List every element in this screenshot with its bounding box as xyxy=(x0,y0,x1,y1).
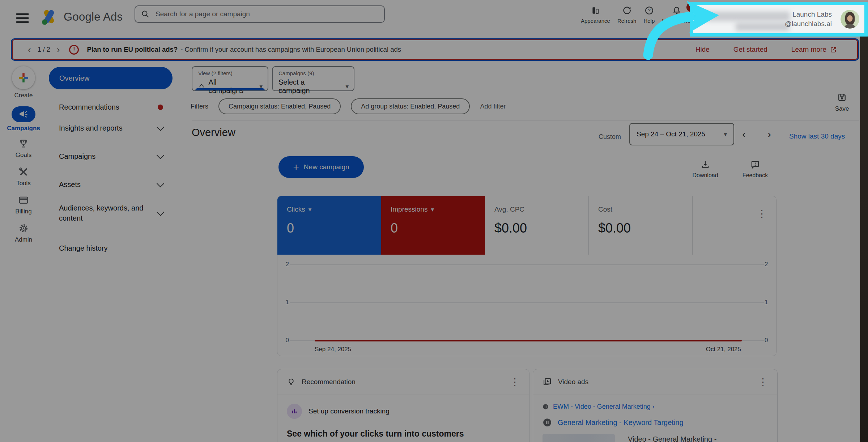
rail-item-create[interactable]: Create xyxy=(0,66,47,99)
banner-get-started-button[interactable]: Get started xyxy=(733,46,767,54)
metric-card-clicks[interactable]: Clicks ▾ 0 xyxy=(277,196,381,255)
nav-item-assets[interactable]: Assets xyxy=(49,177,173,192)
main-menu-icon[interactable] xyxy=(16,13,29,23)
caret-down-icon[interactable]: ▾ xyxy=(431,206,434,213)
notifications-button[interactable]: ! Notifications xyxy=(662,6,692,24)
date-range-value: Sep 24 – Oct 21, 2025 xyxy=(637,130,705,138)
megaphone-icon xyxy=(19,110,28,119)
metric-card-cost[interactable]: Cost $0.00 xyxy=(589,196,693,255)
metric-card-impressions[interactable]: Impressions ▾ 0 xyxy=(381,196,485,255)
external-link-icon xyxy=(830,46,837,53)
audiences-label: Audiences, keywords, and content xyxy=(59,203,150,223)
nav-item-change-history[interactable]: Change history xyxy=(49,241,173,255)
impressions-series-line xyxy=(315,340,742,341)
section-nav: Overview Recommendations Insights and re… xyxy=(47,65,174,442)
campaign-selector[interactable]: Campaigns (9) Select a campaign ▾ xyxy=(272,66,354,91)
metric-cost-label: Cost xyxy=(598,205,612,213)
recommendation-overflow-icon[interactable]: ⋮ xyxy=(510,377,520,387)
add-filter-button[interactable]: Add filter xyxy=(480,103,506,110)
new-campaign-button[interactable]: + New campaign xyxy=(278,156,364,178)
nav-item-campaigns[interactable]: Campaigns xyxy=(49,149,173,163)
help-icon: ? xyxy=(644,6,654,15)
feedback-button[interactable]: Feedback xyxy=(738,160,773,179)
video-ads-overflow-icon[interactable]: ⋮ xyxy=(758,377,768,387)
campaigns-pill[interactable] xyxy=(12,106,35,122)
metric-strip: Clicks ▾ 0 Impressions ▾ 0 Avg. CPC $0.0… xyxy=(277,196,776,255)
save-label: Save xyxy=(835,105,849,112)
billing-card-icon xyxy=(18,195,29,205)
admin-label: Admin xyxy=(15,236,32,243)
desktop-wallpaper-strip xyxy=(860,36,868,442)
banner-prev-icon[interactable]: ‹ xyxy=(28,45,31,54)
date-range-picker[interactable]: Sep 24 – Oct 21, 2025 ▾ xyxy=(629,123,734,145)
y-tick-left-0: 0 xyxy=(280,337,289,344)
y-tick-right-1: 1 xyxy=(765,299,773,306)
video-ads-icon xyxy=(542,377,552,387)
nav-item-overview[interactable]: Overview xyxy=(49,67,173,89)
rail-item-billing[interactable]: Billing xyxy=(0,195,47,215)
feedback-icon xyxy=(750,160,760,169)
nav-item-audiences[interactable]: Audiences, keywords, and content xyxy=(49,202,173,224)
chart-overflow-menu-icon[interactable]: ⋮ xyxy=(757,209,767,219)
gridline-1 xyxy=(290,302,764,303)
topbar-actions: Appearance Refresh ? Help ! Notification… xyxy=(581,6,692,24)
x-axis-end-date: Oct 21, 2025 xyxy=(706,346,741,353)
metric-card-avg-cpc[interactable]: Avg. CPC $0.00 xyxy=(485,196,589,255)
campaign-selector-value: Select a campaign xyxy=(278,78,334,95)
save-button[interactable]: Save xyxy=(830,92,854,112)
performance-chart: 2 1 0 2 1 0 Sep 24, 2025 Oct 21, 2025 xyxy=(277,255,776,356)
banner-message: - Confirm if your account has campaigns … xyxy=(180,46,401,54)
assets-label: Assets xyxy=(59,179,81,190)
caret-down-icon[interactable]: ▾ xyxy=(309,206,312,213)
redacted-account-id xyxy=(736,22,789,31)
date-prev-icon[interactable]: ‹ xyxy=(742,128,746,140)
learn-more-label: Learn more xyxy=(791,46,826,54)
lightbulb-icon xyxy=(287,378,295,386)
campaign-selector-label: Campaigns (9) xyxy=(278,70,349,76)
banner-next-icon[interactable]: › xyxy=(57,45,60,54)
nav-item-insights-reports[interactable]: Insights and reports xyxy=(49,121,173,135)
help-button[interactable]: ? Help xyxy=(643,6,655,24)
navigation-rail: Create Campaigns Goals Tools xyxy=(0,61,47,442)
rail-item-tools[interactable]: Tools xyxy=(0,166,47,187)
view-selector[interactable]: View (2 filters) All campaigns ▾ xyxy=(192,66,268,91)
filter-chip-campaign-status[interactable]: Campaign status: Enabled, Paused xyxy=(218,98,341,114)
date-next-icon[interactable]: › xyxy=(767,128,771,140)
search-input[interactable] xyxy=(155,10,378,18)
account-switcher[interactable]: Launch Labs @launchlabs.ai xyxy=(693,5,864,33)
change-history-label: Change history xyxy=(59,243,108,253)
nav-item-recommendations[interactable]: Recommendations xyxy=(49,100,173,114)
global-search[interactable] xyxy=(135,5,385,23)
video-campaign-link[interactable]: EWM - Video - General Marketing › xyxy=(553,403,655,411)
notifications-bell-icon xyxy=(672,6,681,15)
appearance-button[interactable]: Appearance xyxy=(581,6,610,24)
video-thumbnail[interactable] xyxy=(542,434,615,442)
alert-icon: ! xyxy=(69,45,79,55)
x-axis-start-date: Sep 24, 2025 xyxy=(315,346,351,353)
rail-item-admin[interactable]: Admin xyxy=(0,223,47,243)
download-button[interactable]: Download xyxy=(688,160,723,179)
rail-item-campaigns[interactable]: Campaigns xyxy=(0,106,47,132)
filter-chip-adgroup-status[interactable]: Ad group status: Enabled, Paused xyxy=(351,98,470,114)
goals-label: Goals xyxy=(16,152,31,159)
y-tick-right-2: 2 xyxy=(765,261,773,268)
refresh-button[interactable]: Refresh xyxy=(617,6,637,24)
recommendation-tag-label: Set up conversion tracking xyxy=(309,407,390,415)
divider xyxy=(192,120,859,120)
new-campaign-label: New campaign xyxy=(304,163,349,171)
create-button[interactable] xyxy=(12,66,35,89)
brand-name: Google Ads xyxy=(64,10,123,24)
banner-hide-button[interactable]: Hide xyxy=(695,46,710,54)
y-tick-left-1: 1 xyxy=(280,299,289,306)
paused-status-icon xyxy=(542,418,552,427)
show-last-30-days-link[interactable]: Show last 30 days xyxy=(789,132,845,140)
paused-status-icon xyxy=(542,404,549,410)
metric-clicks-value: 0 xyxy=(287,221,381,236)
rail-item-goals[interactable]: Goals xyxy=(0,138,47,159)
top-app-bar: Google Ads Appearance Refresh ? xyxy=(0,0,868,36)
banner-learn-more-link[interactable]: Learn more xyxy=(791,46,837,54)
video-adgroup-link[interactable]: General Marketing - Keyword Targeting xyxy=(558,418,684,427)
overview-nav-label: Overview xyxy=(59,74,89,82)
create-label: Create xyxy=(14,92,33,99)
download-label: Download xyxy=(692,172,718,179)
